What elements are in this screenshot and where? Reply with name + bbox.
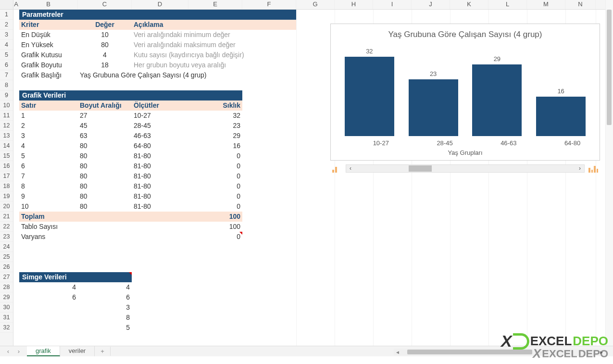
row-header-19[interactable]: 19 bbox=[0, 191, 13, 201]
chart-bar-46-63: 29 bbox=[469, 55, 525, 136]
mini-chart-icon-right bbox=[587, 164, 600, 173]
row-header-27[interactable]: 27 bbox=[0, 272, 13, 282]
tab-nav-arrows[interactable]: ‹› bbox=[0, 348, 27, 355]
row-header-11[interactable]: 11 bbox=[0, 111, 13, 121]
row-header-14[interactable]: 14 bbox=[0, 141, 13, 151]
chart-slider-row: ‹ › bbox=[330, 163, 600, 173]
total-value[interactable]: 100 bbox=[188, 212, 242, 222]
bar-value-label: 16 bbox=[557, 88, 564, 95]
slider-right-arrow[interactable]: › bbox=[575, 164, 584, 173]
row-headers: 1234567891011121314151617181920212223242… bbox=[0, 10, 13, 347]
row-header-1[interactable]: 1 bbox=[0, 10, 13, 20]
bar-value-label: 23 bbox=[430, 70, 437, 77]
row-header-9[interactable]: 9 bbox=[0, 90, 13, 100]
row-header-24[interactable]: 24 bbox=[0, 242, 13, 252]
row-header-23[interactable]: 23 bbox=[0, 232, 13, 242]
chart-title: Yaş Grubuna Göre Çalışan Sayısı (4 grup) bbox=[331, 30, 600, 39]
column-header-A[interactable]: A bbox=[13, 0, 19, 9]
row-header-21[interactable]: 21 bbox=[0, 212, 13, 222]
row-header-20[interactable]: 20 bbox=[0, 201, 13, 212]
row-header-18[interactable]: 18 bbox=[0, 181, 13, 191]
chart-bar-28-45: 23 bbox=[405, 70, 462, 136]
slider-left-arrow[interactable]: ‹ bbox=[346, 164, 355, 173]
row-header-4[interactable]: 4 bbox=[0, 40, 13, 50]
slider-scrollbar[interactable]: ‹ › bbox=[346, 164, 585, 173]
header-kriter[interactable]: Kriter bbox=[19, 20, 78, 30]
add-sheet-button[interactable]: + bbox=[95, 347, 111, 356]
row-header-22[interactable]: 22 bbox=[0, 222, 13, 232]
column-header-G[interactable]: G bbox=[296, 0, 335, 9]
bar-value-label: 32 bbox=[366, 48, 373, 55]
column-header-K[interactable]: K bbox=[450, 0, 488, 9]
column-header-D[interactable]: D bbox=[132, 0, 188, 9]
header-deger[interactable]: Değer bbox=[78, 20, 132, 30]
row-header-16[interactable]: 16 bbox=[0, 161, 13, 171]
column-headers: ABCDEFGHIJKLMN bbox=[0, 0, 605, 10]
row-header-17[interactable]: 17 bbox=[0, 171, 13, 181]
column-header-I[interactable]: I bbox=[373, 0, 412, 9]
column-header-E[interactable]: E bbox=[188, 0, 242, 9]
header-aciklama[interactable]: Açıklama bbox=[132, 20, 296, 30]
slider-thumb[interactable] bbox=[409, 165, 432, 172]
bar-category-label: 10-27 bbox=[353, 139, 409, 147]
column-header-H[interactable]: H bbox=[335, 0, 373, 9]
column-header-F[interactable]: F bbox=[242, 0, 296, 9]
row-header-25[interactable]: 25 bbox=[0, 252, 13, 262]
row-header-5[interactable]: 5 bbox=[0, 50, 13, 60]
section-header-simge-verileri[interactable]: Simge Verileri bbox=[19, 272, 132, 282]
section-header-parametreler[interactable]: Parametreler bbox=[19, 10, 296, 20]
column-header-C[interactable]: C bbox=[78, 0, 132, 9]
chart-bar-64-80: 16 bbox=[533, 88, 589, 136]
sheet-tab-grafik[interactable]: grafik bbox=[27, 346, 60, 356]
row-header-2[interactable]: 2 bbox=[0, 20, 13, 30]
select-all-corner[interactable] bbox=[0, 0, 13, 9]
mini-chart-icon-left bbox=[330, 164, 344, 173]
horizontal-scrollbar[interactable]: ◄ ► bbox=[394, 349, 605, 355]
row-header-8[interactable]: 8 bbox=[0, 80, 13, 90]
row-header-10[interactable]: 10 bbox=[0, 100, 13, 111]
column-header-J[interactable]: J bbox=[412, 0, 450, 9]
row-header-30[interactable]: 30 bbox=[0, 302, 13, 313]
bar-value-label: 29 bbox=[494, 55, 500, 63]
status-bar bbox=[0, 356, 613, 364]
chart-x-axis-label: Yaş Grupları bbox=[331, 149, 600, 156]
column-header-M[interactable]: M bbox=[527, 0, 565, 9]
row-header-7[interactable]: 7 bbox=[0, 70, 13, 80]
sheet-tab-veriler[interactable]: veriler bbox=[60, 346, 95, 356]
section-header-grafik-verileri[interactable]: Grafik Verileri bbox=[19, 90, 242, 100]
total-label[interactable]: Toplam bbox=[19, 212, 188, 222]
vertical-scrollbar[interactable] bbox=[605, 0, 613, 347]
row-header-29[interactable]: 29 bbox=[0, 292, 13, 302]
row-header-31[interactable]: 31 bbox=[0, 313, 13, 323]
chart-bar-10-27: 32 bbox=[341, 48, 398, 136]
row-header-28[interactable]: 28 bbox=[0, 282, 13, 292]
row-header-32[interactable]: 32 bbox=[0, 323, 13, 333]
bar-category-label: 64-80 bbox=[544, 139, 600, 147]
row-header-3[interactable]: 3 bbox=[0, 30, 13, 40]
horizontal-scrollbar-thumb[interactable] bbox=[407, 350, 532, 354]
column-header-B[interactable]: B bbox=[19, 0, 78, 9]
bar-chart[interactable]: Yaş Grubuna Göre Çalışan Sayısı (4 grup)… bbox=[330, 24, 600, 161]
row-header-26[interactable]: 26 bbox=[0, 262, 13, 272]
bar-category-label: 28-45 bbox=[417, 139, 473, 147]
row-header-12[interactable]: 12 bbox=[0, 121, 13, 131]
vertical-scrollbar-thumb[interactable] bbox=[607, 10, 612, 125]
row-header-6[interactable]: 6 bbox=[0, 60, 13, 70]
chart-plot-area: 3210-272328-452946-631664-80 bbox=[338, 48, 593, 136]
column-header-L[interactable]: L bbox=[488, 0, 527, 9]
row-header-15[interactable]: 15 bbox=[0, 151, 13, 161]
column-header-N[interactable]: N bbox=[565, 0, 596, 9]
row-header-13[interactable]: 13 bbox=[0, 131, 13, 141]
bar-category-label: 46-63 bbox=[480, 139, 537, 147]
